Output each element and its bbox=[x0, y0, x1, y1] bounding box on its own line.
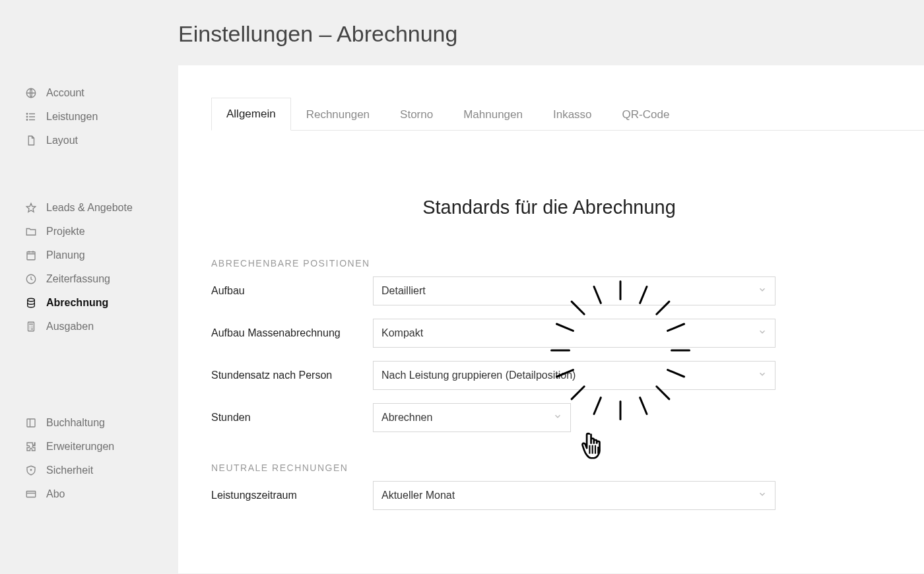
svg-point-1 bbox=[26, 113, 28, 115]
globe-icon bbox=[25, 87, 37, 99]
ledger-icon bbox=[25, 417, 37, 429]
sidebar-item-abrechnung[interactable]: Abrechnung bbox=[0, 291, 178, 315]
row-aufbau: Aufbau Detailliert bbox=[211, 276, 887, 305]
sidebar-item-label: Account bbox=[46, 87, 84, 99]
sidebar-item-layout[interactable]: Layout bbox=[0, 129, 178, 152]
sidebar-item-account[interactable]: Account bbox=[0, 81, 178, 105]
sidebar-item-label: Layout bbox=[46, 135, 78, 146]
sidebar-item-leads[interactable]: Leads & Angebote bbox=[0, 196, 178, 220]
select-stundenperson[interactable]: Nach Leistung gruppieren (Detailposition… bbox=[373, 361, 776, 390]
sidebar-item-label: Leistungen bbox=[46, 111, 98, 123]
card-icon bbox=[25, 488, 37, 500]
star-icon bbox=[25, 202, 37, 214]
sidebar-item-projekte[interactable]: Projekte bbox=[0, 220, 178, 243]
label-stundenperson: Stundensatz nach Person bbox=[211, 369, 373, 381]
select-value: Detailliert bbox=[381, 285, 426, 297]
select-leistungszeitraum[interactable]: Aktueller Monat bbox=[373, 481, 776, 510]
sidebar-item-label: Projekte bbox=[46, 226, 85, 238]
svg-rect-5 bbox=[27, 252, 35, 260]
tab-allgemein[interactable]: Allgemein bbox=[211, 98, 291, 131]
svg-marker-4 bbox=[26, 203, 36, 212]
sidebar-item-label: Zeiterfassung bbox=[46, 273, 110, 285]
sidebar-item-planung[interactable]: Planung bbox=[0, 243, 178, 267]
shield-icon bbox=[25, 464, 37, 476]
sidebar-item-label: Ausgaben bbox=[46, 321, 94, 333]
svg-rect-9 bbox=[27, 419, 35, 427]
sidebar-item-label: Leads & Angebote bbox=[46, 202, 133, 214]
label-massenabrechnung: Aufbau Massenabrechnung bbox=[211, 327, 373, 339]
select-aufbau[interactable]: Detailliert bbox=[373, 276, 776, 305]
select-value: Kompakt bbox=[381, 327, 423, 339]
tab-inkasso[interactable]: Inkasso bbox=[538, 98, 607, 131]
svg-point-2 bbox=[26, 116, 28, 117]
calculator-icon bbox=[25, 321, 37, 333]
chevron-down-icon bbox=[758, 490, 767, 501]
label-leistungszeitraum: Leistungszeitraum bbox=[211, 490, 373, 501]
sidebar-item-erweiterungen[interactable]: Erweiterungen bbox=[0, 435, 178, 459]
sidebar-item-label: Abrechnung bbox=[46, 297, 108, 309]
main-content: Allgemein Rechnungen Storno Mahnungen In… bbox=[178, 65, 924, 573]
svg-point-10 bbox=[30, 470, 32, 471]
row-stundenperson: Stundensatz nach Person Nach Leistung gr… bbox=[211, 361, 887, 390]
sidebar-item-label: Abo bbox=[46, 488, 65, 500]
list-icon bbox=[25, 111, 37, 123]
select-value: Abrechnen bbox=[381, 412, 432, 424]
tab-bar: Allgemein Rechnungen Storno Mahnungen In… bbox=[211, 97, 924, 131]
chevron-down-icon bbox=[758, 369, 767, 381]
tab-mahnungen[interactable]: Mahnungen bbox=[448, 98, 538, 131]
chevron-down-icon bbox=[758, 285, 767, 297]
folder-icon bbox=[25, 226, 37, 238]
sidebar-item-label: Erweiterungen bbox=[46, 441, 114, 453]
sidebar-item-label: Buchhaltung bbox=[46, 417, 105, 429]
group-header-positionen: ABRECHENBARE POSITIONEN bbox=[211, 258, 887, 269]
row-leistungszeitraum: Leistungszeitraum Aktueller Monat bbox=[211, 481, 887, 510]
sidebar-item-sicherheit[interactable]: Sicherheit bbox=[0, 459, 178, 482]
database-icon bbox=[25, 297, 37, 309]
file-icon bbox=[25, 135, 37, 146]
svg-point-3 bbox=[26, 119, 28, 121]
clock-icon bbox=[25, 273, 37, 285]
page-title: Einstellungen – Abrechnung bbox=[0, 0, 924, 65]
sidebar-item-buchhaltung[interactable]: Buchhaltung bbox=[0, 411, 178, 435]
sidebar-item-leistungen[interactable]: Leistungen bbox=[0, 105, 178, 129]
tab-qrcode[interactable]: QR-Code bbox=[607, 98, 685, 131]
sidebar: Account Leistungen Layout Leads & Angebo… bbox=[0, 65, 178, 573]
row-stunden: Stunden Abrechnen bbox=[211, 403, 887, 432]
select-massenabrechnung[interactable]: Kompakt bbox=[373, 319, 776, 348]
sidebar-item-label: Sicherheit bbox=[46, 464, 93, 476]
puzzle-icon bbox=[25, 441, 37, 453]
section-title: Standards für die Abrechnung bbox=[211, 197, 887, 218]
calendar-icon bbox=[25, 249, 37, 261]
sidebar-item-label: Planung bbox=[46, 249, 85, 261]
svg-point-7 bbox=[28, 298, 35, 302]
sidebar-item-abo[interactable]: Abo bbox=[0, 482, 178, 506]
group-header-neutrale: NEUTRALE RECHNUNGEN bbox=[211, 462, 887, 473]
label-stunden: Stunden bbox=[211, 412, 373, 424]
svg-rect-11 bbox=[26, 492, 36, 497]
label-aufbau: Aufbau bbox=[211, 285, 373, 297]
chevron-down-icon bbox=[758, 327, 767, 339]
select-value: Aktueller Monat bbox=[381, 490, 455, 501]
chevron-down-icon bbox=[553, 412, 562, 424]
select-value: Nach Leistung gruppieren (Detailposition… bbox=[381, 369, 576, 381]
row-massenabrechnung: Aufbau Massenabrechnung Kompakt bbox=[211, 319, 887, 348]
tab-rechnungen[interactable]: Rechnungen bbox=[291, 98, 385, 131]
select-stunden[interactable]: Abrechnen bbox=[373, 403, 571, 432]
sidebar-item-zeiterfassung[interactable]: Zeiterfassung bbox=[0, 267, 178, 291]
svg-rect-8 bbox=[28, 322, 34, 331]
tab-storno[interactable]: Storno bbox=[385, 98, 448, 131]
sidebar-item-ausgaben[interactable]: Ausgaben bbox=[0, 315, 178, 338]
